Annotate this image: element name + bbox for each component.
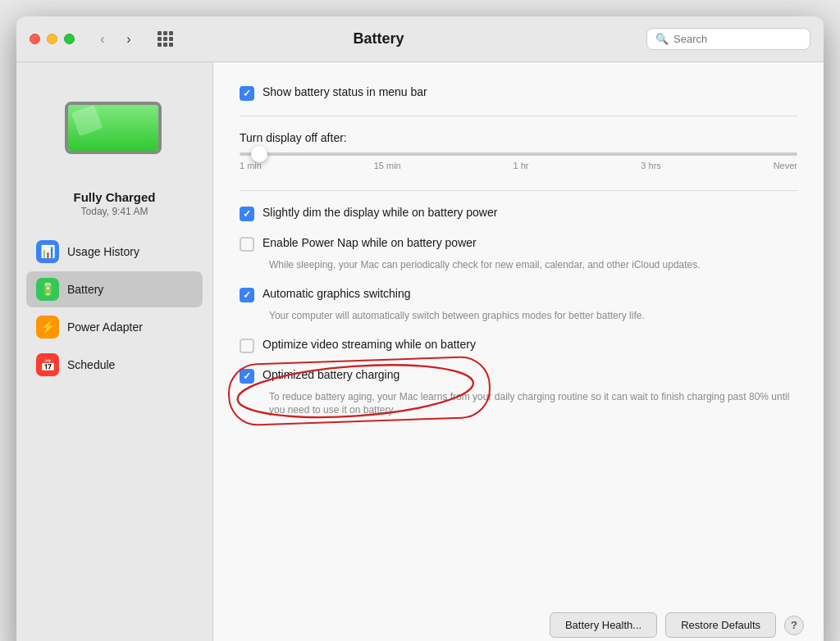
sidebar-item-battery[interactable]: 🔋 Battery [26, 271, 203, 307]
search-icon: 🔍 [655, 33, 669, 45]
content-area: Fully Charged Today, 9:41 AM 📊 Usage His… [16, 62, 824, 641]
system-preferences-window: ‹ › Battery 🔍 [16, 16, 824, 641]
slightly-dim-label: Slightly dim the display while on batter… [262, 206, 497, 219]
sidebar-item-label-power-adapter: Power Adapter [67, 320, 143, 334]
sidebar: Fully Charged Today, 9:41 AM 📊 Usage His… [16, 62, 213, 641]
battery-icon-container [62, 95, 168, 161]
slightly-dim-checkbox[interactable] [240, 207, 254, 221]
power-nap-desc: While sleeping, your Mac can periodicall… [269, 258, 797, 272]
automatic-graphics-row: Automatic graphics switching [240, 287, 797, 302]
traffic-lights [30, 34, 75, 44]
battery-fill [68, 105, 158, 151]
power-nap-label: Enable Power Nap while on battery power [262, 236, 477, 249]
battery-icon: 🔋 [36, 278, 59, 301]
tick-1hr: 1 hr [514, 161, 529, 170]
main-settings-panel: Show battery status in menu bar Turn dis… [213, 62, 824, 641]
tick-never: Never [774, 161, 797, 170]
search-input[interactable] [673, 33, 801, 45]
help-button[interactable]: ? [784, 616, 804, 635]
turn-display-off-section: Turn display off after: 1 min 15 min 1 h… [240, 131, 797, 170]
sidebar-item-label-usage-history: Usage History [67, 245, 139, 258]
window-title: Battery [121, 30, 637, 48]
optimize-video-label: Optimize video streaming while on batter… [262, 338, 476, 351]
optimize-video-row: Optimize video streaming while on batter… [240, 338, 797, 353]
optimized-charging-label: Optimized battery charging [262, 368, 399, 381]
optimized-charging-row: Optimized battery charging [240, 368, 797, 384]
divider-2 [240, 190, 797, 191]
slider-ticks: 1 min 15 min 1 hr 3 hrs Never [240, 161, 797, 170]
tick-3hrs: 3 hrs [641, 161, 660, 170]
power-nap-row: Enable Power Nap while on battery power [240, 236, 797, 252]
battery-reflection [71, 105, 102, 136]
close-button[interactable] [30, 34, 40, 44]
titlebar: ‹ › Battery 🔍 [16, 16, 824, 62]
battery-body [65, 102, 162, 154]
battery-status-time: Today, 9:41 AM [73, 206, 155, 217]
battery-status: Fully Charged Today, 9:41 AM [65, 190, 163, 217]
show-battery-status-checkbox[interactable] [240, 86, 254, 101]
maximize-button[interactable] [64, 34, 75, 44]
slider-thumb[interactable] [251, 146, 267, 162]
search-bar[interactable]: 🔍 [646, 28, 810, 50]
divider-1 [240, 116, 797, 116]
usage-history-icon: 📊 [36, 240, 59, 263]
power-adapter-icon: ⚡ [36, 316, 59, 339]
turn-display-off-label: Turn display off after: [240, 131, 797, 144]
bottom-buttons: Battery Health... Restore Defaults ? [550, 612, 804, 638]
sidebar-nav: 📊 Usage History 🔋 Battery ⚡ Power Adapte… [16, 234, 212, 384]
show-battery-status-label: Show battery status in menu bar [262, 85, 427, 98]
sidebar-item-label-schedule: Schedule [67, 358, 115, 371]
sidebar-item-label-battery: Battery [67, 283, 103, 296]
sidebar-item-usage-history[interactable]: 📊 Usage History [26, 234, 203, 270]
automatic-graphics-label: Automatic graphics switching [262, 287, 411, 300]
tick-15min: 15 min [374, 161, 401, 170]
sidebar-item-schedule[interactable]: 📅 Schedule [26, 347, 203, 383]
slightly-dim-row: Slightly dim the display while on batter… [240, 206, 797, 221]
back-button[interactable]: ‹ [91, 28, 114, 51]
show-battery-status-row: Show battery status in menu bar [240, 85, 797, 101]
power-nap-checkbox[interactable] [240, 237, 254, 252]
optimized-charging-checkbox[interactable] [240, 369, 254, 384]
minimize-button[interactable] [47, 34, 57, 44]
battery-status-label: Fully Charged [73, 190, 155, 204]
sidebar-item-power-adapter[interactable]: ⚡ Power Adapter [26, 309, 203, 345]
automatic-graphics-desc: Your computer will automatically switch … [269, 309, 797, 323]
optimized-charging-desc: To reduce battery aging, your Mac learns… [269, 390, 797, 418]
slider-track [240, 152, 797, 156]
restore-defaults-button[interactable]: Restore Defaults [665, 612, 776, 638]
battery-health-button[interactable]: Battery Health... [550, 612, 657, 638]
slider-container [240, 152, 797, 156]
schedule-icon: 📅 [36, 353, 59, 376]
optimized-charging-section: Optimized battery charging To reduce bat… [240, 368, 797, 418]
automatic-graphics-checkbox[interactable] [240, 288, 254, 302]
optimize-video-checkbox[interactable] [240, 339, 254, 353]
